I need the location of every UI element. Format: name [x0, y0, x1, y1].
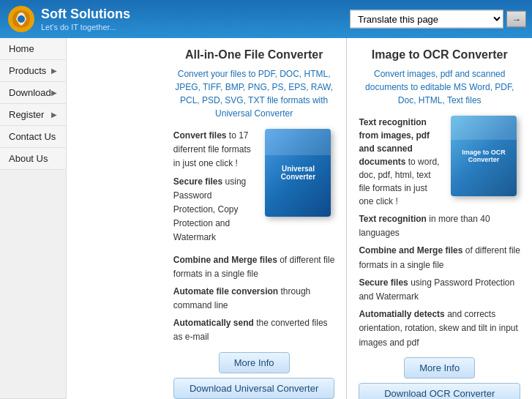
- left-panel-title: All-in-One File Converter: [173, 48, 335, 61]
- left-feature-2: Secure files using Password Protection, …: [173, 175, 255, 245]
- right-dl-row: Download OCR Converter: [359, 383, 520, 399]
- left-product-image: Universal Converter: [261, 129, 334, 249]
- svg-point-1: [18, 15, 25, 23]
- right-download-button[interactable]: Download OCR Converter: [359, 383, 520, 399]
- nav-arrow-icon: ▶: [51, 67, 57, 75]
- right-desc-link[interactable]: Convert images, pdf and scanned document…: [359, 67, 520, 107]
- right-features-extra: Text recognition in more than 40 languag…: [359, 212, 520, 350]
- right-feature-image-block: Text recognition from images, pdf and sc…: [359, 116, 520, 208]
- ocr-converter-box: Image to OCR Converter: [451, 116, 517, 196]
- nav-arrow-icon: ▶: [51, 111, 57, 119]
- header: Soft Solutions Let's do IT together... T…: [0, 0, 532, 38]
- main-content: All-in-One File Converter Convert your f…: [162, 38, 532, 399]
- left-features-extra: Combine and Merge files of different fil…: [173, 253, 335, 345]
- right-product-image: Image to OCR Converter: [447, 116, 520, 208]
- right-more-info-button[interactable]: More Info: [404, 357, 475, 379]
- left-feature-image-block: Convert files to 17 diferrent file forma…: [173, 129, 335, 249]
- right-feature-3: Combine and Merge files of different fil…: [359, 244, 520, 272]
- right-feature-2: Text recognition in more than 40 languag…: [359, 212, 520, 240]
- right-features-main: Text recognition from images, pdf and sc…: [359, 116, 440, 208]
- left-more-info-button[interactable]: More Info: [219, 352, 290, 373]
- universal-converter-box: Universal Converter: [265, 129, 331, 217]
- sidebar-item-download[interactable]: Download▶: [0, 82, 66, 104]
- left-feature-3: Combine and Merge files of different fil…: [173, 253, 335, 281]
- nav-sidebar: HomeProducts▶Download▶Register▶Contact U…: [0, 38, 67, 399]
- right-box-label: Image to OCR Converter: [455, 149, 512, 163]
- left-feature-5: Automatically send the converted files a…: [173, 316, 335, 344]
- nav-item-label: Contact Us: [9, 131, 56, 142]
- left-panel: All-in-One File Converter Convert your f…: [162, 38, 348, 399]
- translate-area: Translate this page →: [350, 10, 526, 29]
- sidebar-item-register[interactable]: Register▶: [0, 104, 66, 126]
- left-feature-4: Automate file conversion through command…: [173, 285, 335, 313]
- left-features-list: Convert files to 17 diferrent file forma…: [173, 129, 255, 249]
- nav-item-label: Register: [9, 109, 44, 120]
- sidebar-item-contact-us[interactable]: Contact Us: [0, 126, 66, 148]
- nav-item-label: Home: [9, 43, 34, 54]
- right-feature-1: Text recognition from images, pdf and sc…: [359, 116, 440, 208]
- sidebar-item-about-us[interactable]: About Us: [0, 148, 66, 170]
- box-label: Universal Converter: [269, 165, 326, 181]
- translate-go-button[interactable]: →: [506, 11, 526, 28]
- nav-arrow-icon: ▶: [51, 89, 57, 97]
- logo-area: Soft Solutions Let's do IT together...: [7, 5, 130, 33]
- right-panel: Image to OCR Converter Convert images, p…: [347, 38, 532, 399]
- right-feature-5: Automatially detects and corrects orient…: [359, 307, 520, 350]
- left-dl-row: Download Universal Converter: [173, 378, 335, 399]
- translate-select[interactable]: Translate this page: [350, 10, 503, 29]
- left-desc-link[interactable]: Convert your files to PDF, DOC, HTML, JP…: [173, 67, 335, 120]
- sidebar-item-home[interactable]: Home: [0, 38, 66, 60]
- sidebar-item-products[interactable]: Products▶: [0, 60, 66, 82]
- logo-subtitle: Let's do IT together...: [41, 23, 130, 31]
- nav-item-label: Download: [9, 87, 51, 98]
- right-btn-row: More Info: [359, 357, 520, 379]
- logo-text: Soft Solutions Let's do IT together...: [41, 7, 130, 31]
- right-feature-4: Secure files using Password Protection a…: [359, 276, 520, 304]
- nav-item-label: About Us: [9, 153, 48, 164]
- left-btn-row: More Info: [173, 352, 335, 373]
- nav-item-label: Products: [9, 65, 46, 76]
- left-feature-1: Convert files to 17 diferrent file forma…: [173, 129, 255, 171]
- left-download-button[interactable]: Download Universal Converter: [173, 378, 335, 399]
- logo-icon: [7, 5, 35, 33]
- right-panel-title: Image to OCR Converter: [359, 48, 520, 61]
- logo-title: Soft Solutions: [41, 7, 130, 23]
